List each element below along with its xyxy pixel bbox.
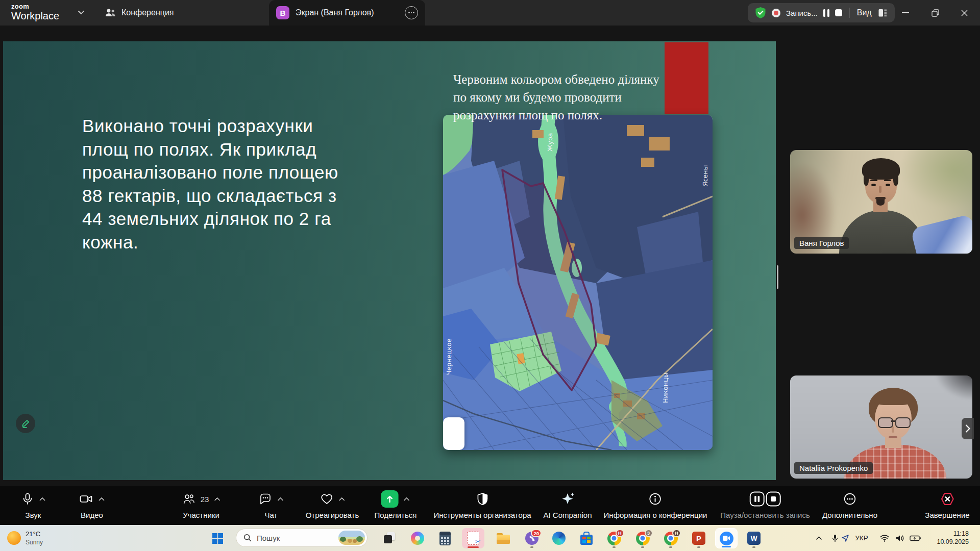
brand-zoom: zoom bbox=[11, 3, 59, 10]
heart-icon bbox=[320, 492, 333, 506]
maximize-restore-button[interactable] bbox=[923, 0, 947, 26]
windows-logo-icon bbox=[212, 533, 223, 544]
map-white-card bbox=[443, 417, 464, 450]
slide-note-text: Червоним кольором обведено ділянку по як… bbox=[453, 70, 688, 124]
tab-meeting[interactable]: Конференция bbox=[105, 0, 174, 26]
ai-companion-button[interactable]: AI Companion bbox=[543, 491, 592, 519]
battery-icon[interactable] bbox=[909, 525, 922, 551]
search-daily-image[interactable] bbox=[338, 531, 365, 545]
tray-expand-chevron[interactable] bbox=[811, 525, 826, 551]
react-button[interactable]: Отреагировать bbox=[306, 491, 359, 519]
audio-label: Звук bbox=[26, 511, 41, 519]
word-icon[interactable]: W bbox=[743, 528, 765, 548]
zoom-titlebar: zoom Workplace Конференция B Экран (Ваня… bbox=[0, 0, 980, 26]
share-screen-button[interactable]: Поделиться bbox=[375, 491, 417, 519]
end-meeting-label: Завершение bbox=[925, 511, 969, 519]
more-label: Дополнительно bbox=[822, 511, 877, 519]
more-button[interactable]: Дополнительно bbox=[822, 491, 877, 519]
chevron-up-icon[interactable] bbox=[278, 497, 284, 501]
video-button[interactable]: Видео bbox=[79, 491, 105, 519]
viber-badge: 20 bbox=[531, 529, 542, 537]
powerpoint-icon[interactable]: P bbox=[688, 528, 710, 548]
search-icon bbox=[243, 534, 252, 542]
task-view-icon[interactable] bbox=[379, 528, 402, 548]
microphone-icon bbox=[21, 492, 34, 506]
stop-recording-icon[interactable] bbox=[835, 9, 842, 16]
end-meeting-icon bbox=[940, 491, 955, 507]
view-layout-icon[interactable] bbox=[877, 8, 888, 18]
meeting-content-area: Виконано точні розрахунки площ по полях.… bbox=[0, 26, 980, 486]
participant-name-tag: Ваня Горлов bbox=[794, 237, 849, 249]
record-indicator-icon bbox=[772, 9, 780, 17]
participant-video-nataliia[interactable]: Nataliia Prokopenko bbox=[790, 375, 972, 479]
map-label-right: Никонцы bbox=[662, 373, 669, 403]
search-box[interactable]: Пошук bbox=[236, 529, 368, 547]
tray-location-icon[interactable] bbox=[840, 525, 850, 551]
close-button[interactable] bbox=[952, 0, 976, 26]
chat-icon bbox=[259, 492, 273, 506]
map-label-top-right: Ясены bbox=[701, 165, 709, 186]
pause-recording-icon[interactable] bbox=[823, 9, 829, 17]
brand-workplace: Workplace bbox=[11, 11, 59, 21]
next-participants-button[interactable] bbox=[962, 418, 974, 439]
tab-screen-share[interactable]: B Экран (Ваня Горлов) bbox=[269, 0, 425, 26]
tab-screen-label: Экран (Ваня Горлов) bbox=[296, 8, 374, 17]
tray-clock[interactable]: 11:18 10.09.2025 bbox=[937, 530, 969, 547]
recording-status-pill: Запись... Вид bbox=[748, 3, 895, 22]
annotate-button[interactable] bbox=[16, 414, 35, 433]
end-meeting-button[interactable]: Завершение bbox=[925, 491, 969, 519]
chat-button[interactable]: Чат bbox=[259, 491, 284, 519]
volume-icon[interactable] bbox=[894, 525, 906, 551]
security-shield-icon[interactable] bbox=[755, 7, 766, 19]
calculator-icon[interactable] bbox=[434, 528, 456, 548]
slide-body-text: Виконано точні розрахунки площ по полях.… bbox=[82, 114, 409, 254]
tab-more-icon[interactable] bbox=[405, 6, 418, 19]
chevron-up-icon[interactable] bbox=[214, 497, 220, 501]
participant-video-vanya[interactable]: Ваня Горлов bbox=[790, 150, 972, 254]
host-tools-button[interactable]: Инструменты организатора bbox=[433, 491, 531, 519]
audio-button[interactable]: Звук bbox=[21, 491, 45, 519]
meeting-info-label: Информация о конференции bbox=[604, 511, 707, 519]
sun-icon bbox=[7, 531, 21, 545]
tray-microphone-icon[interactable] bbox=[830, 525, 840, 551]
map-label-left: Чернецкое bbox=[445, 338, 453, 375]
host-tools-shield-icon bbox=[476, 492, 489, 506]
host-tools-label: Инструменты организатора bbox=[433, 511, 531, 519]
copilot-icon[interactable] bbox=[406, 528, 429, 548]
weather-widget[interactable]: 21°C Sunny bbox=[7, 525, 43, 551]
minimize-button[interactable] bbox=[894, 0, 917, 26]
participants-label: Участники bbox=[183, 511, 219, 519]
ai-companion-label: AI Companion bbox=[543, 511, 592, 519]
tray-time: 11:18 bbox=[937, 530, 969, 538]
zoom-workplace-logo: zoom Workplace bbox=[11, 3, 59, 21]
viber-icon[interactable]: 20 bbox=[521, 528, 543, 548]
chrome-profile2-badge: 3 bbox=[645, 529, 653, 537]
participants-button[interactable]: 23 Участники bbox=[182, 491, 220, 519]
chevron-up-icon[interactable] bbox=[338, 497, 345, 501]
chrome-icon-profile2[interactable]: 3 bbox=[631, 528, 654, 548]
chrome-icon-profile3[interactable]: H bbox=[659, 528, 682, 548]
scrollbar-thumb[interactable] bbox=[777, 265, 778, 289]
tray-language-indicator[interactable]: УКР bbox=[851, 525, 872, 551]
weather-temp: 21°C bbox=[26, 530, 43, 538]
chrome-icon-profile1[interactable]: H bbox=[603, 528, 625, 548]
snipping-tool-icon-active[interactable]: ✂ bbox=[462, 528, 484, 548]
start-button[interactable] bbox=[206, 528, 229, 548]
windows-taskbar: 21°C Sunny Пошук bbox=[0, 525, 980, 551]
zoom-app-icon-active[interactable] bbox=[715, 528, 738, 548]
pause-stop-recording-button[interactable]: Пауза/остановить запись bbox=[720, 491, 810, 519]
chevron-up-icon[interactable] bbox=[39, 497, 45, 501]
microsoft-store-icon[interactable] bbox=[575, 528, 598, 548]
chevron-up-icon[interactable] bbox=[99, 497, 105, 501]
tray-date: 10.09.2025 bbox=[937, 538, 969, 547]
chevron-up-icon[interactable] bbox=[404, 497, 410, 501]
view-label: Вид bbox=[857, 8, 872, 17]
edge-icon[interactable] bbox=[548, 528, 570, 548]
chrome-profile3-badge: H bbox=[672, 529, 681, 537]
workspace-chevron-down-icon[interactable] bbox=[78, 10, 85, 15]
screen-share-avatar: B bbox=[276, 6, 289, 19]
camera-icon bbox=[79, 492, 93, 506]
file-explorer-icon[interactable] bbox=[492, 528, 514, 548]
wifi-icon[interactable] bbox=[878, 525, 891, 551]
meeting-info-button[interactable]: Информация о конференции bbox=[604, 491, 707, 519]
